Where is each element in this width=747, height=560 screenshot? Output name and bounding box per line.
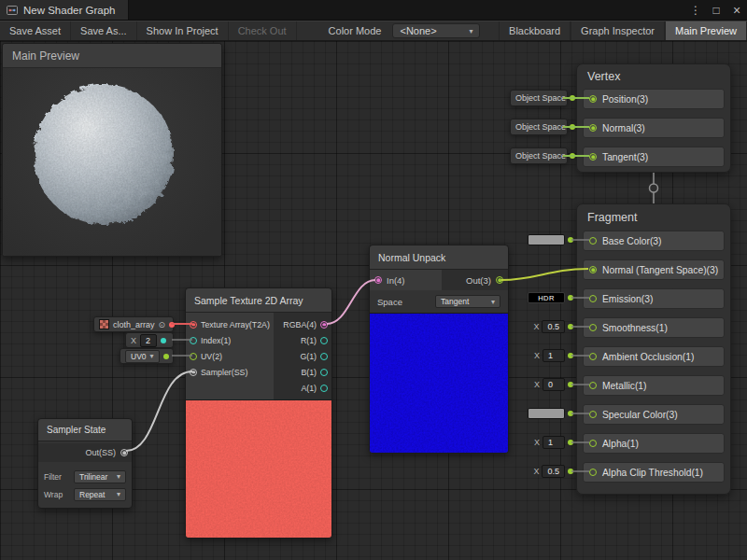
alpha-float-widget[interactable]: X 1 bbox=[519, 434, 573, 451]
input-sampler[interactable]: Sampler(SS) bbox=[186, 364, 274, 380]
alpha-clip-port-icon[interactable] bbox=[589, 469, 597, 476]
tangent-port-icon[interactable] bbox=[589, 153, 597, 161]
close-icon[interactable]: × bbox=[726, 0, 747, 20]
rgba-port-icon[interactable] bbox=[320, 321, 328, 329]
save-as-button[interactable]: Save As... bbox=[71, 21, 137, 40]
alpha-port-icon[interactable] bbox=[589, 440, 597, 447]
metallic-float-widget[interactable]: X 0 bbox=[519, 376, 573, 393]
metallic-port-label: Metallic(1) bbox=[602, 381, 647, 391]
output-out-ss[interactable]: Out(SS) bbox=[38, 443, 132, 462]
fragment-input-smoothness[interactable]: Smoothness(1) bbox=[583, 317, 725, 338]
window-tab[interactable]: New Shader Graph bbox=[0, 0, 129, 20]
output-r[interactable]: R(1) bbox=[274, 332, 331, 348]
uv-channel-dropdown[interactable]: UV0 ▾ bbox=[120, 348, 174, 364]
specular-color-port-icon[interactable] bbox=[589, 411, 597, 418]
sampler-port-icon[interactable] bbox=[190, 369, 197, 376]
block-connector-dot[interactable] bbox=[650, 184, 658, 192]
base-color-widget[interactable] bbox=[519, 231, 573, 248]
a-port-icon[interactable] bbox=[320, 385, 328, 392]
vertex-input-position[interactable]: Position(3) bbox=[583, 89, 725, 109]
normal-binding-chip[interactable]: Object Space bbox=[510, 119, 568, 135]
input-index[interactable]: Index(1) bbox=[186, 332, 274, 348]
output-a[interactable]: A(1) bbox=[274, 380, 331, 396]
filter-dropdown[interactable]: Trilinear ▾ bbox=[74, 470, 126, 483]
smoothness-float-widget[interactable]: X 0.5 bbox=[519, 318, 573, 335]
fragment-input-base-color[interactable]: Base Color(3) bbox=[583, 231, 725, 251]
base-color-port-icon[interactable] bbox=[589, 237, 597, 245]
fragment-input-alpha[interactable]: Alpha(1) bbox=[583, 433, 725, 454]
texture-array-field[interactable]: cloth_array ⊙ bbox=[93, 316, 174, 332]
sampler-node-title[interactable]: Sampler State bbox=[38, 419, 132, 441]
uv-port-icon[interactable] bbox=[190, 353, 197, 360]
input-uv[interactable]: UV(2) bbox=[186, 348, 274, 364]
fragment-input-specular-color[interactable]: Specular Color(3) bbox=[583, 404, 725, 425]
space-dropdown[interactable]: Tangent ▾ bbox=[435, 295, 500, 308]
texture-array-port-icon[interactable] bbox=[190, 321, 197, 329]
output-rgba[interactable]: RGBA(4) bbox=[274, 316, 331, 332]
uv-dropdown-box[interactable]: UV0 ▾ bbox=[125, 350, 160, 363]
specular-color-widget[interactable] bbox=[519, 405, 573, 422]
ambient-occlusion-port-icon[interactable] bbox=[589, 353, 597, 360]
main-preview-toggle[interactable]: Main Preview bbox=[665, 21, 747, 40]
input-in4[interactable]: In(4) bbox=[370, 270, 442, 290]
sample-texture-2d-array-node[interactable]: Sample Texture 2D Array Texture Array(T2… bbox=[185, 287, 332, 539]
position-port-icon[interactable] bbox=[589, 95, 597, 103]
emission-hdr-widget[interactable]: HDR bbox=[519, 289, 573, 306]
wrap-dropdown[interactable]: Repeat ▾ bbox=[74, 488, 126, 501]
blackboard-toggle[interactable]: Blackboard bbox=[499, 21, 571, 40]
hdr-color-swatch[interactable]: HDR bbox=[528, 292, 565, 303]
b-port-icon[interactable] bbox=[320, 369, 328, 376]
tangent-binding-chip[interactable]: Object Space bbox=[510, 147, 568, 164]
normal-port-icon[interactable] bbox=[589, 124, 597, 132]
vertex-block[interactable]: Vertex Position(3) Normal(3) Tangent(3) bbox=[576, 63, 731, 173]
fragment-input-emission[interactable]: Emission(3) bbox=[583, 288, 725, 309]
sample-node-title[interactable]: Sample Texture 2D Array bbox=[186, 288, 331, 313]
vertex-input-normal[interactable]: Normal(3) bbox=[583, 118, 725, 138]
float-field[interactable]: 1 bbox=[543, 349, 565, 362]
output-out3[interactable]: Out(3) bbox=[442, 270, 508, 290]
color-swatch[interactable] bbox=[528, 408, 565, 419]
g-port-icon[interactable] bbox=[320, 353, 328, 360]
out3-port-icon[interactable] bbox=[496, 276, 503, 284]
vertex-input-tangent[interactable]: Tangent(3) bbox=[583, 147, 725, 167]
main-preview-panel[interactable]: Main Preview bbox=[2, 43, 222, 257]
float-field[interactable]: 0 bbox=[543, 378, 565, 391]
r-port-icon[interactable] bbox=[320, 337, 328, 344]
output-b[interactable]: B(1) bbox=[274, 364, 331, 380]
normal-ts-port-icon[interactable] bbox=[589, 266, 597, 273]
save-asset-button[interactable]: Save Asset bbox=[0, 21, 71, 40]
graph-canvas[interactable]: Main Preview bbox=[0, 41, 747, 560]
position-binding-chip[interactable]: Object Space bbox=[510, 90, 568, 106]
smoothness-port-icon[interactable] bbox=[589, 324, 597, 331]
graph-inspector-toggle[interactable]: Graph Inspector bbox=[571, 21, 665, 40]
object-picker-icon[interactable]: ⊙ bbox=[159, 320, 166, 329]
wire-sampler-state[interactable] bbox=[126, 371, 192, 451]
normal-unpack-node[interactable]: Normal Unpack In(4) Out(3) Space Tangent… bbox=[369, 245, 509, 454]
index-port-icon[interactable] bbox=[190, 337, 197, 344]
in4-port-icon[interactable] bbox=[374, 276, 382, 284]
sampler-state-node[interactable]: Sampler State Out(SS) Filter Trilinear ▾… bbox=[37, 418, 133, 509]
maximize-icon[interactable]: □ bbox=[706, 0, 726, 20]
fragment-input-normal[interactable]: Normal (Tangent Space)(3) bbox=[583, 259, 725, 280]
metallic-port-icon[interactable] bbox=[589, 382, 597, 389]
ambient-occlusion-float-widget[interactable]: X 1 bbox=[519, 347, 573, 364]
output-g[interactable]: G(1) bbox=[274, 348, 331, 364]
index-float-widget[interactable]: X 2 bbox=[125, 332, 174, 348]
fragment-input-ambient-occlusion[interactable]: Ambient Occlusion(1) bbox=[583, 346, 725, 367]
show-in-project-button[interactable]: Show In Project bbox=[137, 21, 229, 40]
float-field[interactable]: 0.5 bbox=[542, 465, 565, 478]
unpack-node-title[interactable]: Normal Unpack bbox=[370, 245, 508, 270]
color-mode-dropdown[interactable]: <None> ▾ bbox=[392, 23, 480, 38]
out-ss-port-icon[interactable] bbox=[120, 449, 128, 456]
fragment-input-alpha-clip[interactable]: Alpha Clip Threshold(1) bbox=[583, 462, 725, 483]
input-texture-array[interactable]: Texture Array(T2A) bbox=[186, 316, 274, 332]
menu-icon[interactable]: ⋮ bbox=[685, 0, 706, 20]
index-field[interactable]: 2 bbox=[140, 334, 157, 347]
float-field[interactable]: 1 bbox=[543, 436, 565, 449]
fragment-input-metallic[interactable]: Metallic(1) bbox=[583, 375, 725, 396]
emission-port-icon[interactable] bbox=[589, 295, 597, 302]
float-field[interactable]: 0.5 bbox=[542, 320, 565, 333]
fragment-block[interactable]: Fragment Base Color(3) Normal (Tangent S… bbox=[576, 203, 731, 495]
color-swatch[interactable] bbox=[528, 234, 565, 245]
alpha-clip-float-widget[interactable]: X 0.5 bbox=[519, 463, 573, 480]
